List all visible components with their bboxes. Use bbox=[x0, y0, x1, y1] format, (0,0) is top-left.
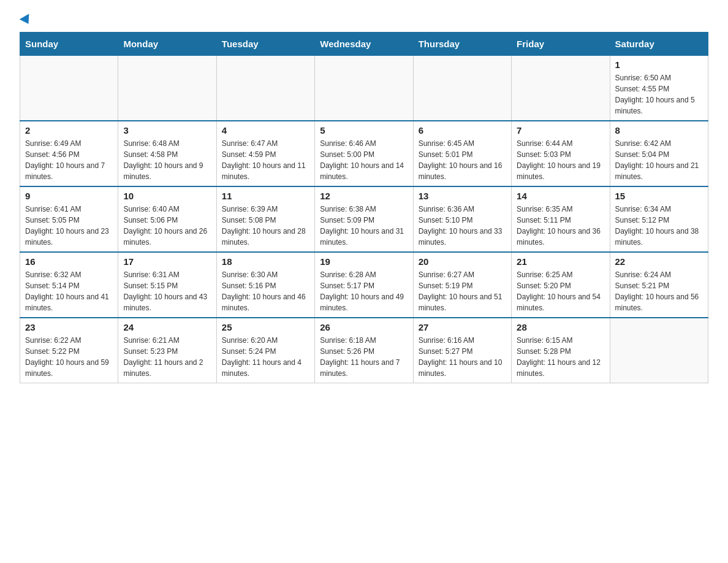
day-info: Sunrise: 6:38 AMSunset: 5:09 PMDaylight:… bbox=[320, 204, 408, 248]
day-info: Sunrise: 6:48 AMSunset: 4:58 PMDaylight:… bbox=[123, 138, 211, 182]
day-number: 14 bbox=[517, 191, 604, 201]
day-number: 4 bbox=[222, 125, 309, 136]
calendar-week-row: 23Sunrise: 6:22 AMSunset: 5:22 PMDayligh… bbox=[20, 318, 708, 383]
day-info: Sunrise: 6:22 AMSunset: 5:22 PMDaylight:… bbox=[25, 335, 113, 379]
day-number: 17 bbox=[123, 256, 211, 267]
day-info: Sunrise: 6:40 AMSunset: 5:06 PMDaylight:… bbox=[123, 204, 211, 248]
table-row: 4Sunrise: 6:47 AMSunset: 4:59 PMDaylight… bbox=[216, 121, 314, 186]
table-row: 22Sunrise: 6:24 AMSunset: 5:21 PMDayligh… bbox=[610, 252, 708, 318]
table-row: 16Sunrise: 6:32 AMSunset: 5:14 PMDayligh… bbox=[20, 252, 118, 318]
table-row: 2Sunrise: 6:49 AMSunset: 4:56 PMDaylight… bbox=[20, 121, 118, 186]
calendar-week-row: 1Sunrise: 6:50 AMSunset: 4:55 PMDaylight… bbox=[20, 56, 708, 121]
day-info: Sunrise: 6:30 AMSunset: 5:16 PMDaylight:… bbox=[222, 269, 309, 313]
header-thursday: Thursday bbox=[413, 33, 511, 56]
day-info: Sunrise: 6:45 AMSunset: 5:01 PMDaylight:… bbox=[419, 138, 506, 182]
day-info: Sunrise: 6:35 AMSunset: 5:11 PMDaylight:… bbox=[517, 204, 604, 248]
day-info: Sunrise: 6:39 AMSunset: 5:08 PMDaylight:… bbox=[222, 204, 309, 248]
day-info: Sunrise: 6:50 AMSunset: 4:55 PMDaylight:… bbox=[615, 72, 703, 117]
table-row: 13Sunrise: 6:36 AMSunset: 5:10 PMDayligh… bbox=[413, 186, 511, 252]
day-number: 11 bbox=[222, 191, 309, 201]
table-row: 21Sunrise: 6:25 AMSunset: 5:20 PMDayligh… bbox=[512, 252, 610, 318]
header-wednesday: Wednesday bbox=[315, 33, 413, 56]
day-number: 8 bbox=[615, 125, 703, 136]
day-info: Sunrise: 6:44 AMSunset: 5:03 PMDaylight:… bbox=[517, 138, 604, 182]
calendar-table: Sunday Monday Tuesday Wednesday Thursday… bbox=[20, 32, 708, 383]
table-row: 17Sunrise: 6:31 AMSunset: 5:15 PMDayligh… bbox=[118, 252, 216, 318]
day-info: Sunrise: 6:31 AMSunset: 5:15 PMDaylight:… bbox=[123, 269, 211, 313]
day-number: 1 bbox=[615, 59, 703, 70]
calendar-week-row: 2Sunrise: 6:49 AMSunset: 4:56 PMDaylight… bbox=[20, 121, 708, 186]
day-number: 2 bbox=[25, 125, 113, 136]
table-row: 23Sunrise: 6:22 AMSunset: 5:22 PMDayligh… bbox=[20, 318, 118, 383]
table-row: 3Sunrise: 6:48 AMSunset: 4:58 PMDaylight… bbox=[118, 121, 216, 186]
day-info: Sunrise: 6:36 AMSunset: 5:10 PMDaylight:… bbox=[419, 204, 506, 248]
table-row: 24Sunrise: 6:21 AMSunset: 5:23 PMDayligh… bbox=[118, 318, 216, 383]
day-info: Sunrise: 6:15 AMSunset: 5:28 PMDaylight:… bbox=[517, 335, 604, 379]
day-number: 20 bbox=[419, 256, 506, 267]
day-number: 18 bbox=[222, 256, 309, 267]
table-row bbox=[315, 56, 413, 121]
table-row bbox=[216, 56, 314, 121]
day-info: Sunrise: 6:32 AMSunset: 5:14 PMDaylight:… bbox=[25, 269, 113, 313]
calendar-week-row: 9Sunrise: 6:41 AMSunset: 5:05 PMDaylight… bbox=[20, 186, 708, 252]
table-row: 5Sunrise: 6:46 AMSunset: 5:00 PMDaylight… bbox=[315, 121, 413, 186]
day-info: Sunrise: 6:27 AMSunset: 5:19 PMDaylight:… bbox=[419, 269, 506, 313]
logo-triangle-icon bbox=[20, 13, 34, 26]
day-info: Sunrise: 6:34 AMSunset: 5:12 PMDaylight:… bbox=[615, 204, 703, 248]
day-number: 24 bbox=[123, 322, 211, 332]
table-row: 8Sunrise: 6:42 AMSunset: 5:04 PMDaylight… bbox=[610, 121, 708, 186]
table-row: 26Sunrise: 6:18 AMSunset: 5:26 PMDayligh… bbox=[315, 318, 413, 383]
table-row: 19Sunrise: 6:28 AMSunset: 5:17 PMDayligh… bbox=[315, 252, 413, 318]
day-number: 16 bbox=[25, 256, 113, 267]
table-row: 14Sunrise: 6:35 AMSunset: 5:11 PMDayligh… bbox=[512, 186, 610, 252]
day-info: Sunrise: 6:25 AMSunset: 5:20 PMDaylight:… bbox=[517, 269, 604, 313]
day-number: 27 bbox=[419, 322, 506, 332]
header-sunday: Sunday bbox=[20, 33, 118, 56]
header-tuesday: Tuesday bbox=[216, 33, 314, 56]
table-row: 9Sunrise: 6:41 AMSunset: 5:05 PMDaylight… bbox=[20, 186, 118, 252]
table-row bbox=[610, 318, 708, 383]
day-number: 13 bbox=[419, 191, 506, 201]
day-number: 6 bbox=[419, 125, 506, 136]
day-number: 7 bbox=[517, 125, 604, 136]
table-row bbox=[118, 56, 216, 121]
header-friday: Friday bbox=[512, 33, 610, 56]
calendar-week-row: 16Sunrise: 6:32 AMSunset: 5:14 PMDayligh… bbox=[20, 252, 708, 318]
table-row: 11Sunrise: 6:39 AMSunset: 5:08 PMDayligh… bbox=[216, 186, 314, 252]
day-number: 9 bbox=[25, 191, 113, 201]
day-info: Sunrise: 6:42 AMSunset: 5:04 PMDaylight:… bbox=[615, 138, 703, 182]
table-row: 28Sunrise: 6:15 AMSunset: 5:28 PMDayligh… bbox=[512, 318, 610, 383]
header-monday: Monday bbox=[118, 33, 216, 56]
day-info: Sunrise: 6:28 AMSunset: 5:17 PMDaylight:… bbox=[320, 269, 408, 313]
day-number: 3 bbox=[123, 125, 211, 136]
day-number: 26 bbox=[320, 322, 408, 332]
day-info: Sunrise: 6:16 AMSunset: 5:27 PMDaylight:… bbox=[419, 335, 506, 379]
header-saturday: Saturday bbox=[610, 33, 708, 56]
table-row: 7Sunrise: 6:44 AMSunset: 5:03 PMDaylight… bbox=[512, 121, 610, 186]
day-info: Sunrise: 6:24 AMSunset: 5:21 PMDaylight:… bbox=[615, 269, 703, 313]
table-row bbox=[20, 56, 118, 121]
day-info: Sunrise: 6:21 AMSunset: 5:23 PMDaylight:… bbox=[123, 335, 211, 379]
day-number: 19 bbox=[320, 256, 408, 267]
table-row: 1Sunrise: 6:50 AMSunset: 4:55 PMDaylight… bbox=[610, 56, 708, 121]
day-info: Sunrise: 6:47 AMSunset: 4:59 PMDaylight:… bbox=[222, 138, 309, 182]
day-info: Sunrise: 6:18 AMSunset: 5:26 PMDaylight:… bbox=[320, 335, 408, 379]
day-number: 23 bbox=[25, 322, 113, 332]
table-row: 6Sunrise: 6:45 AMSunset: 5:01 PMDaylight… bbox=[413, 121, 511, 186]
table-row: 25Sunrise: 6:20 AMSunset: 5:24 PMDayligh… bbox=[216, 318, 314, 383]
day-number: 10 bbox=[123, 191, 211, 201]
calendar-header-row: Sunday Monday Tuesday Wednesday Thursday… bbox=[20, 33, 708, 56]
day-number: 25 bbox=[222, 322, 309, 332]
day-number: 5 bbox=[320, 125, 408, 136]
table-row: 12Sunrise: 6:38 AMSunset: 5:09 PMDayligh… bbox=[315, 186, 413, 252]
table-row: 20Sunrise: 6:27 AMSunset: 5:19 PMDayligh… bbox=[413, 252, 511, 318]
day-info: Sunrise: 6:49 AMSunset: 4:56 PMDaylight:… bbox=[25, 138, 113, 182]
page-header bbox=[20, 15, 708, 26]
table-row bbox=[413, 56, 511, 121]
table-row: 10Sunrise: 6:40 AMSunset: 5:06 PMDayligh… bbox=[118, 186, 216, 252]
day-info: Sunrise: 6:41 AMSunset: 5:05 PMDaylight:… bbox=[25, 204, 113, 248]
day-number: 28 bbox=[517, 322, 604, 332]
day-number: 22 bbox=[615, 256, 703, 267]
table-row: 18Sunrise: 6:30 AMSunset: 5:16 PMDayligh… bbox=[216, 252, 314, 318]
table-row bbox=[512, 56, 610, 121]
